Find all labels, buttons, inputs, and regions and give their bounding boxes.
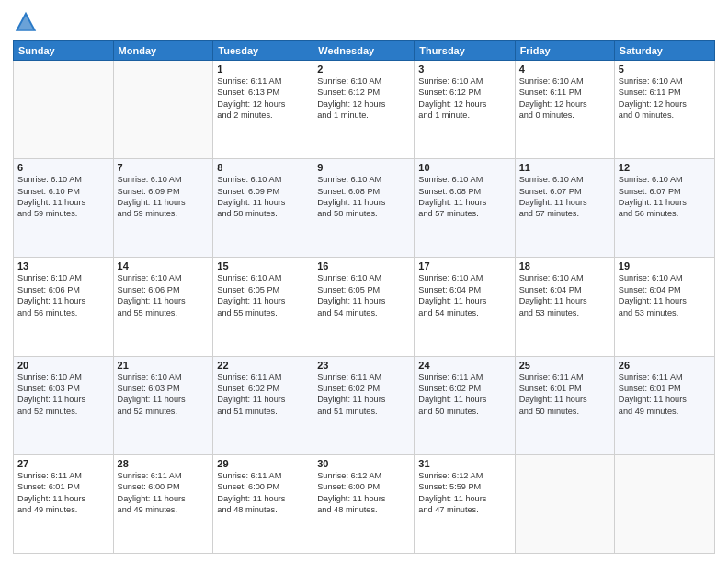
day-number: 3 (418, 63, 510, 75)
calendar-cell: 30Sunrise: 6:12 AMSunset: 6:00 PMDayligh… (313, 454, 415, 553)
day-number: 31 (418, 458, 510, 469)
calendar-header-thursday: Thursday (415, 41, 515, 61)
calendar-cell: 26Sunrise: 6:11 AMSunset: 6:01 PMDayligh… (614, 356, 714, 454)
calendar-cell: 2Sunrise: 6:10 AMSunset: 6:12 PMDaylight… (313, 61, 415, 159)
day-number: 13 (17, 260, 109, 271)
calendar-week-3: 13Sunrise: 6:10 AMSunset: 6:06 PMDayligh… (14, 258, 715, 356)
calendar-cell (14, 61, 114, 159)
calendar-cell: 29Sunrise: 6:11 AMSunset: 6:00 PMDayligh… (213, 454, 313, 553)
calendar-header-friday: Friday (515, 41, 614, 61)
day-info: Sunrise: 6:10 AMSunset: 6:05 PMDaylight:… (217, 272, 309, 318)
day-number: 7 (118, 162, 210, 173)
day-info: Sunrise: 6:10 AMSunset: 6:08 PMDaylight:… (418, 174, 510, 220)
calendar-week-1: 1Sunrise: 6:11 AMSunset: 6:13 PMDaylight… (14, 61, 715, 159)
calendar-cell: 9Sunrise: 6:10 AMSunset: 6:08 PMDaylight… (313, 159, 415, 258)
calendar-cell: 17Sunrise: 6:10 AMSunset: 6:04 PMDayligh… (415, 258, 515, 356)
calendar-cell: 5Sunrise: 6:10 AMSunset: 6:11 PMDaylight… (614, 61, 714, 159)
calendar-header-saturday: Saturday (614, 41, 714, 61)
calendar-cell: 22Sunrise: 6:11 AMSunset: 6:02 PMDayligh… (213, 356, 313, 454)
calendar-cell: 13Sunrise: 6:10 AMSunset: 6:06 PMDayligh… (14, 258, 114, 356)
day-number: 18 (519, 260, 610, 271)
day-info: Sunrise: 6:11 AMSunset: 6:02 PMDaylight:… (418, 372, 510, 418)
calendar-cell: 20Sunrise: 6:10 AMSunset: 6:03 PMDayligh… (14, 356, 114, 454)
calendar-cell: 8Sunrise: 6:10 AMSunset: 6:09 PMDaylight… (213, 159, 313, 258)
day-number: 5 (619, 63, 711, 75)
day-number: 10 (418, 162, 510, 173)
day-number: 30 (317, 458, 410, 469)
calendar-cell: 11Sunrise: 6:10 AMSunset: 6:07 PMDayligh… (515, 159, 614, 258)
calendar-cell: 10Sunrise: 6:10 AMSunset: 6:08 PMDayligh… (415, 159, 515, 258)
day-number: 24 (418, 360, 510, 371)
day-info: Sunrise: 6:11 AMSunset: 6:01 PMDaylight:… (519, 372, 610, 418)
calendar-week-4: 20Sunrise: 6:10 AMSunset: 6:03 PMDayligh… (14, 356, 715, 454)
day-info: Sunrise: 6:11 AMSunset: 6:02 PMDaylight:… (217, 372, 309, 418)
day-info: Sunrise: 6:10 AMSunset: 6:06 PMDaylight:… (118, 272, 210, 318)
day-number: 1 (217, 63, 309, 75)
calendar-header-row: SundayMondayTuesdayWednesdayThursdayFrid… (14, 41, 715, 61)
calendar-cell: 28Sunrise: 6:11 AMSunset: 6:00 PMDayligh… (113, 454, 213, 553)
day-info: Sunrise: 6:11 AMSunset: 6:01 PMDaylight:… (17, 470, 109, 516)
day-number: 19 (619, 260, 711, 271)
day-info: Sunrise: 6:10 AMSunset: 6:08 PMDaylight:… (317, 174, 410, 220)
calendar-cell: 4Sunrise: 6:10 AMSunset: 6:11 PMDaylight… (515, 61, 614, 159)
calendar-header-sunday: Sunday (14, 41, 114, 61)
calendar-cell: 27Sunrise: 6:11 AMSunset: 6:01 PMDayligh… (14, 454, 114, 553)
day-number: 12 (619, 162, 711, 173)
day-number: 28 (118, 458, 210, 469)
calendar-cell: 6Sunrise: 6:10 AMSunset: 6:10 PMDaylight… (14, 159, 114, 258)
day-number: 9 (317, 162, 410, 173)
day-info: Sunrise: 6:12 AMSunset: 5:59 PMDaylight:… (418, 470, 510, 516)
day-info: Sunrise: 6:10 AMSunset: 6:04 PMDaylight:… (418, 272, 510, 318)
calendar-cell: 1Sunrise: 6:11 AMSunset: 6:13 PMDaylight… (213, 61, 313, 159)
day-number: 14 (118, 260, 210, 271)
calendar-header-tuesday: Tuesday (213, 41, 313, 61)
day-info: Sunrise: 6:10 AMSunset: 6:07 PMDaylight:… (619, 174, 711, 220)
calendar-header-monday: Monday (113, 41, 213, 61)
calendar-cell: 16Sunrise: 6:10 AMSunset: 6:05 PMDayligh… (313, 258, 415, 356)
calendar-cell: 15Sunrise: 6:10 AMSunset: 6:05 PMDayligh… (213, 258, 313, 356)
day-number: 27 (17, 458, 109, 469)
day-info: Sunrise: 6:10 AMSunset: 6:07 PMDaylight:… (519, 174, 610, 220)
day-info: Sunrise: 6:11 AMSunset: 6:13 PMDaylight:… (217, 75, 309, 121)
day-info: Sunrise: 6:10 AMSunset: 6:11 PMDaylight:… (519, 75, 610, 121)
calendar-week-5: 27Sunrise: 6:11 AMSunset: 6:01 PMDayligh… (14, 454, 715, 553)
day-info: Sunrise: 6:10 AMSunset: 6:06 PMDaylight:… (17, 272, 109, 318)
day-number: 22 (217, 360, 309, 371)
day-number: 26 (619, 360, 711, 371)
day-info: Sunrise: 6:11 AMSunset: 6:00 PMDaylight:… (118, 470, 210, 516)
day-info: Sunrise: 6:10 AMSunset: 6:12 PMDaylight:… (418, 75, 510, 121)
day-number: 20 (17, 360, 109, 371)
day-number: 25 (519, 360, 610, 371)
calendar-cell (113, 61, 213, 159)
day-info: Sunrise: 6:12 AMSunset: 6:00 PMDaylight:… (317, 470, 410, 516)
day-info: Sunrise: 6:10 AMSunset: 6:09 PMDaylight:… (217, 174, 309, 220)
calendar-table: SundayMondayTuesdayWednesdayThursdayFrid… (13, 40, 715, 554)
calendar-cell: 19Sunrise: 6:10 AMSunset: 6:04 PMDayligh… (614, 258, 714, 356)
calendar-header-wednesday: Wednesday (313, 41, 415, 61)
day-number: 4 (519, 63, 610, 75)
day-info: Sunrise: 6:10 AMSunset: 6:05 PMDaylight:… (317, 272, 410, 318)
calendar-cell: 24Sunrise: 6:11 AMSunset: 6:02 PMDayligh… (415, 356, 515, 454)
day-info: Sunrise: 6:11 AMSunset: 6:02 PMDaylight:… (317, 372, 410, 418)
day-info: Sunrise: 6:10 AMSunset: 6:04 PMDaylight:… (519, 272, 610, 318)
day-info: Sunrise: 6:10 AMSunset: 6:10 PMDaylight:… (17, 174, 109, 220)
calendar-cell: 7Sunrise: 6:10 AMSunset: 6:09 PMDaylight… (113, 159, 213, 258)
calendar-cell: 14Sunrise: 6:10 AMSunset: 6:06 PMDayligh… (113, 258, 213, 356)
day-number: 16 (317, 260, 410, 271)
day-info: Sunrise: 6:10 AMSunset: 6:03 PMDaylight:… (118, 372, 210, 418)
day-info: Sunrise: 6:10 AMSunset: 6:04 PMDaylight:… (619, 272, 711, 318)
day-info: Sunrise: 6:10 AMSunset: 6:03 PMDaylight:… (17, 372, 109, 418)
calendar-cell: 21Sunrise: 6:10 AMSunset: 6:03 PMDayligh… (113, 356, 213, 454)
day-number: 21 (118, 360, 210, 371)
day-info: Sunrise: 6:10 AMSunset: 6:09 PMDaylight:… (118, 174, 210, 220)
day-info: Sunrise: 6:11 AMSunset: 6:00 PMDaylight:… (217, 470, 309, 516)
calendar-cell (515, 454, 614, 553)
day-info: Sunrise: 6:10 AMSunset: 6:12 PMDaylight:… (317, 75, 410, 121)
day-number: 15 (217, 260, 309, 271)
day-info: Sunrise: 6:11 AMSunset: 6:01 PMDaylight:… (619, 372, 711, 418)
day-number: 17 (418, 260, 510, 271)
day-number: 2 (317, 63, 410, 75)
generalblue-logo-icon (13, 9, 39, 35)
header (13, 9, 715, 35)
calendar-cell: 23Sunrise: 6:11 AMSunset: 6:02 PMDayligh… (313, 356, 415, 454)
